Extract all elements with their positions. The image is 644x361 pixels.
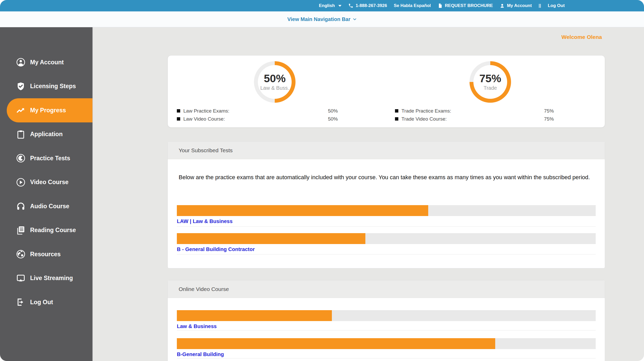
- legend-row-law-practice-exams: Law Practice Exams: 50%: [177, 107, 338, 114]
- main-navigation-row: View Main Navigation Bar: [0, 11, 644, 27]
- law-legend: Law Practice Exams: 50% Law Video Course…: [177, 107, 338, 122]
- progress-track: [177, 310, 596, 321]
- sidebar-item-log-out[interactable]: Log Out: [0, 290, 92, 314]
- logout-icon: [16, 297, 25, 307]
- legend-bullet-icon: [395, 117, 398, 121]
- progress-fill: [177, 233, 365, 244]
- legend-value: 75%: [544, 108, 554, 114]
- trending-up-icon: [16, 106, 25, 115]
- progress-track: [177, 233, 596, 244]
- clipboard-icon: [16, 130, 25, 139]
- test-link-law-law-business[interactable]: LAW | Law & Business: [177, 218, 233, 224]
- language-dropdown-label: English: [319, 3, 335, 8]
- course-progress-row: B-General Building: [177, 338, 596, 357]
- sidebar-item-resources[interactable]: Resources: [0, 242, 92, 266]
- section-title: Your Subscribed Tests: [179, 147, 233, 154]
- phone-icon: [348, 3, 353, 8]
- law-progress-donut: 50% Law & Buss.: [254, 61, 296, 103]
- progress-track: [177, 205, 596, 216]
- test-progress-row: B - General Building Contractor: [177, 233, 596, 252]
- main-content: Welcome Olena 50% Law & Buss. 75% Trade …: [93, 27, 644, 361]
- sidebar-item-licensing-steps[interactable]: Licensing Steps: [0, 74, 92, 99]
- test-progress-row: LAW | Law & Business: [177, 205, 596, 224]
- se-habla-espanol[interactable]: Se Habla Español: [394, 3, 431, 8]
- online-video-course-card: Online Video Course Law & Business B-Gen…: [167, 280, 605, 361]
- course-link-b-general-building[interactable]: B-General Building: [177, 351, 224, 357]
- request-brochure-link[interactable]: REQUEST BROCHURE: [438, 3, 493, 8]
- screencast-icon: [16, 274, 25, 283]
- progress-track: [177, 338, 596, 349]
- sidebar-item-my-progress[interactable]: My Progress: [7, 98, 92, 122]
- law-progress-percent: 50%: [264, 73, 286, 84]
- legend-value: 75%: [544, 116, 554, 122]
- section-title: Online Video Course: [179, 286, 229, 292]
- play-circle-icon: [16, 178, 25, 187]
- language-dropdown[interactable]: English: [319, 3, 341, 8]
- trade-progress-donut: 75% Trade: [469, 61, 511, 103]
- shield-check-icon: [16, 82, 25, 91]
- course-progress-row: Law & Business: [177, 310, 596, 329]
- top-utility-bar: English 1-888-267-3926 Se Habla Español …: [0, 0, 644, 11]
- legend-row-trade-practice-exams: Trade Practice Exams: 75%: [395, 107, 554, 114]
- phone-link[interactable]: 1-888-267-3926: [348, 3, 387, 8]
- app-window: English 1-888-267-3926 Se Habla Español …: [0, 0, 644, 361]
- sidebar-item-live-streaming[interactable]: Live Streaming: [0, 266, 92, 290]
- sidebar-item-audio-course[interactable]: Audio Course: [0, 194, 92, 218]
- my-account-link[interactable]: My Account: [500, 3, 532, 8]
- legend-row-trade-video-course: Trade Video Course: 75%: [395, 115, 554, 122]
- progress-fill: [177, 338, 495, 349]
- headphones-icon: [16, 202, 25, 211]
- subscribed-tests-description: Below are the practice exams that are au…: [179, 173, 592, 182]
- pie-circle-icon: [16, 154, 25, 163]
- chevron-down-icon: [353, 17, 357, 21]
- trade-progress-sublabel: Trade: [484, 85, 497, 91]
- progress-fill: [177, 310, 332, 321]
- sidebar-item-my-account[interactable]: My Account: [0, 50, 92, 74]
- row-divider: [177, 226, 596, 227]
- legend-bullet-icon: [177, 117, 180, 121]
- topbar-divider: ||: [539, 3, 541, 8]
- welcome-message: Welcome Olena: [561, 34, 602, 40]
- subscribed-tests-header: Your Subscribed Tests: [168, 142, 605, 159]
- brochure-icon: [438, 3, 443, 8]
- reading-icon: [16, 226, 25, 235]
- caret-down-icon: [338, 5, 341, 7]
- sidebar-item-practice-tests[interactable]: Practice Tests: [0, 146, 92, 170]
- row-divider: [177, 358, 596, 358]
- progress-fill: [177, 205, 428, 216]
- logout-link[interactable]: Log Out: [548, 3, 565, 8]
- user-icon: [16, 58, 25, 67]
- row-divider: [177, 330, 596, 330]
- sidebar: My Account Licensing Steps My Progress A…: [0, 27, 93, 361]
- legend-value: 50%: [328, 108, 338, 114]
- sidebar-item-reading-course[interactable]: Reading Course: [0, 218, 92, 242]
- row-divider: [177, 254, 596, 254]
- trade-legend: Trade Practice Exams: 75% Trade Video Co…: [395, 107, 554, 122]
- legend-value: 50%: [328, 116, 338, 122]
- course-link-law-business[interactable]: Law & Business: [177, 323, 217, 329]
- progress-summary-card: 50% Law & Buss. 75% Trade Law Practice E…: [167, 55, 605, 128]
- legend-bullet-icon: [177, 109, 180, 113]
- sidebar-item-video-course[interactable]: Video Course: [0, 170, 92, 195]
- law-progress-sublabel: Law & Buss.: [260, 85, 289, 91]
- trade-progress-percent: 75%: [479, 73, 501, 84]
- sidebar-item-application[interactable]: Application: [0, 122, 92, 147]
- legend-row-law-video-course: Law Video Course: 50%: [177, 115, 338, 122]
- globe-icon: [16, 249, 25, 259]
- phone-number: 1-888-267-3926: [355, 3, 387, 8]
- subscribed-tests-card: Your Subscribed Tests Below are the prac…: [167, 141, 605, 268]
- online-video-course-header: Online Video Course: [168, 280, 605, 298]
- legend-bullet-icon: [395, 109, 398, 113]
- view-main-navigation-toggle[interactable]: View Main Navigation Bar: [287, 16, 357, 22]
- user-icon: [500, 3, 505, 8]
- test-link-b-general-building-contractor[interactable]: B - General Building Contractor: [177, 246, 255, 252]
